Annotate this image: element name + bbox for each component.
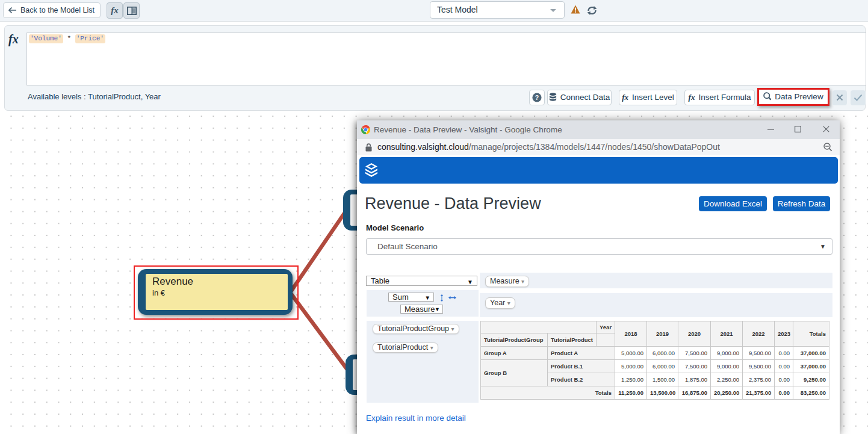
svg-text:?: ? — [535, 94, 539, 101]
